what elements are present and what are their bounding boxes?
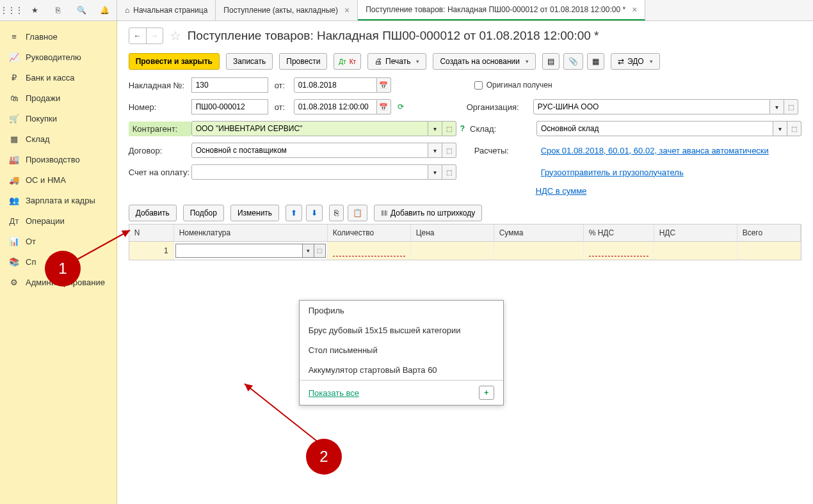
vat-link[interactable]: НДС в сумме — [536, 186, 587, 196]
registry-button[interactable]: ▤ — [542, 53, 559, 70]
table-row[interactable]: 1 ▾ ⬚ — [129, 242, 801, 260]
invoice-date-input[interactable] — [294, 77, 377, 93]
cell-sum[interactable] — [494, 242, 584, 260]
bell-icon[interactable]: 🔔 — [100, 5, 110, 15]
drop-button[interactable]: ▾ — [773, 121, 787, 136]
print-button[interactable]: 🖨Печать — [367, 53, 426, 70]
open-button[interactable] — [442, 164, 456, 180]
help-icon[interactable]: ? — [460, 124, 465, 133]
sidebar-item-operations[interactable]: ДтОперации — [0, 210, 117, 231]
show-all-link[interactable]: Показать все — [309, 388, 359, 398]
save-button[interactable]: Записать — [226, 53, 273, 70]
dropdown-item[interactable]: Стол письменный — [300, 340, 503, 360]
cell-total[interactable] — [737, 242, 801, 260]
move-down-button[interactable]: ⬇ — [306, 205, 323, 221]
dropdown-item[interactable]: Брус дубовый 15х15 высшей категории — [300, 320, 503, 340]
cell-n: 1 — [129, 242, 174, 260]
bill-input[interactable] — [191, 164, 428, 180]
col-total[interactable]: Всего — [737, 224, 801, 241]
org-input[interactable] — [533, 99, 770, 114]
col-nomenclature[interactable]: Номенклатура — [174, 224, 328, 241]
calendar-button[interactable] — [377, 99, 391, 114]
ruble-icon: ₽ — [9, 72, 19, 83]
counterparty-input[interactable] — [191, 121, 428, 136]
drop-button[interactable]: ▾ — [303, 244, 314, 258]
copy-button[interactable]: ⎘ — [329, 205, 344, 221]
star-icon[interactable]: ★ — [30, 5, 40, 15]
sidebar-item-main[interactable]: ≡Главное — [0, 26, 117, 47]
sidebar-item-salary[interactable]: 👥Зарплата и кадры — [0, 190, 117, 210]
annotation-1: 1 — [45, 251, 81, 287]
invoice-no-input[interactable] — [191, 77, 268, 93]
dropdown-item[interactable]: Аккумулятор стартовый Варта 60 — [300, 360, 503, 380]
pick-button[interactable]: Подбор — [183, 205, 224, 221]
col-vat-pct[interactable]: % НДС — [584, 224, 654, 241]
add-new-button[interactable]: + — [479, 386, 494, 400]
refresh-icon[interactable]: ⟳ — [398, 102, 404, 111]
sidebar-item-reports[interactable]: 📊От — [0, 231, 117, 251]
sidebar-item-production[interactable]: 🏭Производство — [0, 149, 117, 169]
cell-price[interactable] — [411, 242, 494, 260]
contract-input[interactable] — [191, 143, 428, 158]
add-row-button[interactable]: Добавить — [129, 205, 177, 221]
drop-button[interactable]: ▾ — [770, 99, 784, 114]
col-quantity[interactable]: Количество — [328, 224, 411, 241]
add-by-barcode-button[interactable]: ⫴⫴ Добавить по штрихкоду — [374, 205, 482, 221]
sidebar-item-assets[interactable]: 🚚ОС и НМА — [0, 169, 117, 190]
tab-home[interactable]: ⌂ Начальная страница — [117, 0, 216, 20]
apps-icon[interactable]: ⋮⋮⋮ — [6, 5, 17, 15]
cell-nomenclature[interactable]: ▾ ⬚ — [174, 242, 328, 260]
drop-button[interactable]: ▾ — [428, 121, 442, 136]
nav-back[interactable]: ← — [129, 28, 146, 43]
col-sum[interactable]: Сумма — [494, 224, 584, 241]
col-price[interactable]: Цена — [411, 224, 494, 241]
sidebar-label: Сп — [26, 257, 36, 267]
cell-vat-pct[interactable] — [584, 242, 654, 260]
list-button[interactable]: ▦ — [587, 53, 604, 70]
post-button[interactable]: Провести — [279, 53, 327, 70]
sidebar-item-warehouse[interactable]: ▦Склад — [0, 129, 117, 149]
change-button[interactable]: Изменить — [230, 205, 279, 221]
open-button[interactable] — [442, 121, 456, 136]
cell-vat[interactable] — [654, 242, 737, 260]
tab-document[interactable]: Поступление товаров: Накладная ПШ00-0000… — [358, 0, 645, 20]
nomenclature-input[interactable] — [175, 244, 303, 258]
sidebar-item-sales[interactable]: 🛍Продажи — [0, 88, 117, 108]
open-button[interactable]: ⬚ — [314, 244, 326, 258]
sidebar-item-purchases[interactable]: 🛒Покупки — [0, 108, 117, 129]
close-icon[interactable]: × — [344, 5, 350, 15]
shipper-link[interactable]: Грузоотправитель и грузополучатель — [541, 168, 684, 177]
number-date-input[interactable] — [294, 99, 377, 114]
close-icon[interactable]: × — [632, 4, 637, 15]
col-vat[interactable]: НДС — [654, 224, 737, 241]
create-based-button[interactable]: Создать на основании — [433, 53, 536, 70]
search-icon[interactable]: 🔍 — [76, 5, 86, 15]
col-n[interactable]: N — [129, 224, 174, 241]
edo-button[interactable]: ⇄ЭДО — [611, 53, 660, 70]
dropdown-item[interactable]: Профиль — [300, 301, 503, 320]
warehouse-input[interactable] — [536, 121, 773, 136]
drop-button[interactable]: ▾ — [428, 164, 442, 180]
calc-link[interactable]: Срок 01.08.2018, 60.01, 60.02, зачет ава… — [541, 146, 769, 155]
dtkt-button[interactable]: ДтКт — [334, 53, 361, 70]
post-and-close-button[interactable]: Провести и закрыть — [129, 53, 220, 70]
move-up-button[interactable]: ⬆ — [286, 205, 302, 221]
open-button[interactable] — [442, 143, 456, 158]
book-icon: 📚 — [9, 256, 19, 267]
tab-receipts[interactable]: Поступление (акты, накладные) × — [216, 0, 358, 20]
number-input[interactable] — [191, 99, 268, 114]
sidebar-item-bank[interactable]: ₽Банк и касса — [0, 67, 117, 88]
open-button[interactable] — [787, 121, 801, 136]
sidebar-item-manager[interactable]: 📈Руководителю — [0, 47, 117, 67]
nav-forward[interactable]: → — [146, 28, 163, 43]
attach-button[interactable]: 📎 — [563, 53, 583, 70]
clipboard-icon[interactable]: ⎘ — [53, 5, 63, 15]
paste-button[interactable]: 📋 — [348, 205, 367, 221]
cell-quantity[interactable] — [328, 242, 411, 260]
drop-button[interactable]: ▾ — [428, 143, 442, 158]
favorite-icon[interactable]: ☆ — [170, 28, 181, 43]
calendar-button[interactable] — [377, 77, 391, 93]
open-button[interactable] — [784, 99, 798, 114]
original-checkbox-input[interactable] — [474, 81, 483, 90]
original-received-checkbox[interactable]: Оригинал получен — [474, 81, 552, 90]
